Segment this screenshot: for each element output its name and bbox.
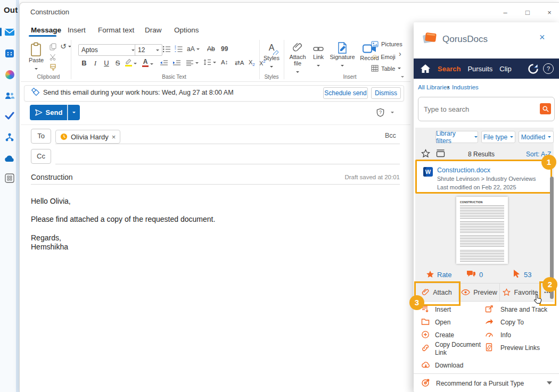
calendar-icon[interactable] bbox=[4, 48, 15, 59]
change-case-button[interactable]: aA bbox=[187, 45, 200, 53]
undo-button[interactable]: ↺ bbox=[60, 42, 71, 51]
paste-button[interactable]: Paste bbox=[27, 42, 45, 71]
modified-button[interactable]: Modified bbox=[519, 131, 554, 143]
menu-copy-to[interactable]: Copy To bbox=[500, 319, 524, 326]
recipient-pill[interactable]: Olivia Hardy × bbox=[55, 130, 120, 144]
close-window-button[interactable]: × bbox=[541, 7, 557, 19]
close-panel-icon[interactable]: × bbox=[539, 32, 545, 43]
nav-search[interactable]: Search bbox=[438, 65, 461, 73]
views-count[interactable]: 53 bbox=[524, 271, 531, 279]
increase-indent-icon[interactable] bbox=[172, 60, 181, 66]
font-color-button[interactable]: A bbox=[142, 57, 153, 67]
minimize-button[interactable]: – bbox=[497, 7, 513, 19]
styles-button[interactable]: A Styles bbox=[261, 43, 282, 69]
menu-create[interactable]: Create bbox=[435, 331, 454, 339]
library-filters-button[interactable]: Library filters bbox=[435, 131, 478, 143]
comments-count[interactable]: 0 bbox=[479, 271, 483, 279]
document-preview[interactable]: CONSTRUCTION bbox=[456, 197, 508, 264]
collapse-ribbon-icon[interactable] bbox=[401, 76, 404, 78]
send-options-dropdown[interactable] bbox=[68, 105, 80, 120]
bcc-toggle[interactable]: Bcc bbox=[385, 132, 396, 139]
home-icon[interactable] bbox=[420, 64, 431, 73]
preview-action-button[interactable]: Preview bbox=[459, 283, 500, 301]
align-button[interactable] bbox=[186, 60, 199, 66]
result-filename[interactable]: Construction.docx bbox=[437, 166, 490, 174]
tab-insert[interactable]: Insert bbox=[65, 25, 88, 35]
message-options-caret[interactable] bbox=[391, 112, 394, 113]
strikethrough-button[interactable]: S bbox=[113, 59, 122, 67]
signature-button[interactable]: Signature bbox=[328, 42, 356, 68]
emoji-button[interactable]: ☺ Emoji bbox=[371, 53, 396, 61]
body-line[interactable]: Hello Olivia, bbox=[31, 197, 71, 205]
cut-icon[interactable] bbox=[50, 54, 56, 61]
table-button[interactable]: Table bbox=[371, 65, 401, 72]
ribbon-more-chevron[interactable]: › bbox=[399, 49, 401, 58]
font-name-select[interactable]: Aptos bbox=[78, 44, 138, 56]
cc-button[interactable]: Cc bbox=[31, 149, 51, 164]
copilot-icon[interactable] bbox=[4, 69, 15, 80]
rate-link[interactable]: Rate bbox=[437, 271, 451, 279]
italic-button[interactable]: I bbox=[91, 59, 100, 68]
org-chart-icon[interactable] bbox=[4, 132, 15, 143]
menu-share-and-track[interactable]: Share and Track bbox=[500, 306, 547, 313]
menu-recommend-pursuit-type[interactable]: Recommend for a Pursuit Type bbox=[436, 380, 524, 387]
line-spacing-button[interactable] bbox=[203, 59, 216, 66]
maximize-button[interactable]: □ bbox=[520, 7, 536, 19]
menu-open[interactable]: Open bbox=[435, 319, 450, 326]
card-view-icon[interactable] bbox=[436, 149, 445, 157]
copy-icon[interactable] bbox=[50, 43, 56, 51]
send-button[interactable]: Send bbox=[30, 105, 67, 120]
tab-format-text[interactable]: Format text bbox=[96, 25, 136, 35]
schedule-send-button[interactable]: Schedule send bbox=[323, 87, 368, 99]
menu-info[interactable]: Info bbox=[500, 331, 511, 339]
refresh-icon[interactable] bbox=[528, 63, 539, 74]
tab-message[interactable]: Message bbox=[29, 25, 63, 35]
todo-icon[interactable] bbox=[4, 111, 15, 121]
link-button[interactable]: Link bbox=[310, 44, 326, 68]
remove-recipient-icon[interactable]: × bbox=[112, 133, 116, 141]
menu-copy-document-link[interactable]: Copy Document Link bbox=[435, 341, 484, 357]
more-apps-icon[interactable] bbox=[4, 173, 15, 184]
file-type-button[interactable]: File type bbox=[481, 131, 515, 143]
menu-download[interactable]: Download bbox=[435, 362, 463, 369]
search-submit-button[interactable] bbox=[540, 103, 551, 114]
text-direction-icon[interactable]: A↕ bbox=[221, 59, 228, 65]
scroll-down-icon[interactable] bbox=[547, 381, 552, 385]
font-size-select[interactable]: 12 bbox=[135, 44, 162, 56]
result-card[interactable]: W Construction.docx Shrute Levinson > In… bbox=[415, 160, 552, 194]
breadcrumb-current[interactable]: Industries bbox=[452, 84, 479, 90]
bullet-list-icon[interactable] bbox=[162, 45, 171, 53]
help-icon[interactable]: ? bbox=[543, 63, 554, 74]
subject-field[interactable]: Construction bbox=[31, 173, 73, 181]
nav-clip[interactable]: Clip bbox=[499, 65, 511, 73]
underline-button[interactable]: U bbox=[102, 59, 111, 67]
decrease-indent-icon[interactable] bbox=[159, 60, 168, 66]
favorites-filter-icon[interactable] bbox=[421, 149, 430, 158]
dismiss-button[interactable]: Dismiss bbox=[371, 87, 401, 99]
people-icon[interactable] bbox=[4, 90, 15, 101]
to-button[interactable]: To bbox=[31, 129, 51, 144]
format-painter-icon[interactable] bbox=[50, 64, 56, 71]
subscript-button[interactable]: X2 bbox=[249, 59, 255, 67]
menu-preview-links[interactable]: Preview Links bbox=[500, 344, 540, 352]
text-swap-icon[interactable]: ⇄A bbox=[235, 59, 244, 66]
body-line[interactable]: Hemshikha bbox=[31, 243, 68, 251]
nav-pursuits[interactable]: Pursuits bbox=[467, 65, 492, 73]
breadcrumb-root[interactable]: All Libraries bbox=[418, 84, 450, 90]
body-line[interactable]: Regards, bbox=[31, 233, 61, 242]
tab-options[interactable]: Options bbox=[172, 25, 201, 35]
body-line[interactable]: Please find attached a copy of the reque… bbox=[31, 215, 215, 223]
clear-formatting-icon[interactable]: Ab bbox=[207, 45, 215, 53]
quote-icon[interactable]: 99 bbox=[221, 45, 228, 53]
onedrive-icon[interactable] bbox=[4, 153, 15, 164]
search-input[interactable] bbox=[423, 101, 537, 118]
tab-draw[interactable]: Draw bbox=[143, 25, 164, 35]
numbered-list-icon[interactable] bbox=[174, 45, 183, 53]
highlight-button[interactable] bbox=[125, 58, 137, 66]
menu-insert[interactable]: Insert bbox=[435, 306, 451, 313]
bold-button[interactable]: B bbox=[79, 59, 89, 67]
pictures-button[interactable]: Pictures bbox=[371, 41, 402, 47]
mail-icon[interactable] bbox=[4, 27, 15, 37]
encryption-shield-icon[interactable]: ? bbox=[376, 108, 385, 118]
attach-file-button[interactable]: Attach file bbox=[287, 42, 308, 74]
